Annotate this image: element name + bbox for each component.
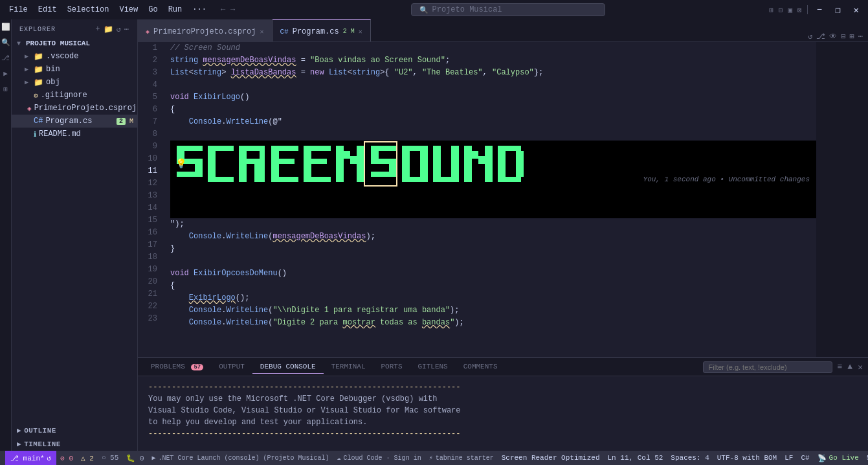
code-brace2: }; [534, 67, 543, 79]
svg-rect-5 [208, 146, 234, 151]
panel-right-icons: ≡ ▲ ✕ [703, 361, 863, 373]
code-console-3: Console [189, 304, 221, 317]
tab-ports[interactable]: PORTS [373, 360, 410, 374]
code-kw-new: new [310, 67, 324, 79]
panel-filter-input[interactable] [703, 361, 832, 373]
nav-back[interactable]: ← [221, 5, 225, 14]
tree-item-vscode[interactable]: ▶ 📁 .vscode [12, 50, 137, 63]
menu-go[interactable]: Go [144, 4, 161, 16]
tree-project-root[interactable]: ▼ PROJETO MUSICAL [12, 37, 137, 50]
code-line-22: Console . WriteLine ( "\\nDigite 1 para … [170, 304, 816, 317]
code-kw-void2: void [170, 267, 189, 280]
menu-selection[interactable]: Selection [63, 4, 113, 16]
cloud-icon: ☁ [337, 454, 341, 462]
timeline-section[interactable]: ▶ TIMELINE [12, 437, 137, 451]
status-spell[interactable]: 55 Spell [863, 451, 868, 465]
activity-search[interactable]: 🔍 [1, 38, 10, 47]
nav-forward[interactable]: → [230, 5, 235, 14]
status-eol[interactable]: LF [781, 451, 797, 465]
csproj-icon: ◈ [27, 104, 32, 113]
tree-item-obj[interactable]: ▶ 📁 obj [12, 76, 137, 89]
activity-extensions[interactable]: ⊞ [1, 84, 10, 93]
status-cloud-code[interactable]: ☁ Cloud Code · Sign in [333, 451, 425, 465]
tab-close-csproj[interactable]: ✕ [260, 28, 263, 36]
panel-filter-icon[interactable]: ≡ [838, 362, 843, 372]
tab-terminal[interactable]: TERMINAL [324, 360, 373, 374]
eye-icon[interactable]: 👁 [829, 32, 837, 41]
activity-explorer[interactable]: ⬜ [1, 22, 10, 31]
new-file-icon[interactable]: + [95, 25, 100, 34]
ln-4: 4 [138, 79, 160, 91]
tab-gitlens[interactable]: GITLENS [410, 360, 456, 374]
status-language[interactable]: C# [797, 451, 813, 465]
tree-item-readme[interactable]: ℹ README.md [12, 128, 137, 141]
ln-9: 9 [138, 141, 160, 153]
status-spaces[interactable]: Spaces: 4 [667, 451, 713, 465]
code-line-23: Console . WriteLine ( "Digite 2 para mos… [170, 317, 816, 329]
code-paren7: ( [268, 317, 273, 329]
layout-icon-2[interactable]: ⊟ [779, 6, 783, 14]
collapse-icon[interactable]: ⋯ [124, 25, 129, 34]
status-debug-count[interactable]: 🐛 0 [122, 451, 148, 465]
git-history-icon[interactable]: ↺ [808, 32, 812, 41]
refresh-icon[interactable]: ↺ [117, 25, 122, 34]
git-blame-text: You, 1 second ago • Uncommitted changes [643, 174, 810, 186]
menu-run[interactable]: Run [164, 4, 186, 16]
status-git-branch[interactable]: ⎇ main* ↺ [5, 451, 56, 465]
tree-label-obj: obj [46, 78, 135, 87]
code-writeline-2: WriteLine [226, 231, 268, 243]
new-folder-icon[interactable]: 📁 [104, 25, 114, 34]
compare-icon[interactable]: ⊟ [841, 32, 845, 41]
minimize-button[interactable]: − [813, 3, 826, 16]
code-console-4: Console [189, 317, 221, 329]
more-icon[interactable]: ⋯ [858, 32, 863, 41]
code-editor[interactable]: // Screen Sound string mensagemDeBoasVin… [165, 42, 816, 357]
menu-file[interactable]: File [5, 4, 32, 16]
activity-debug[interactable]: ▶ [1, 69, 10, 78]
status-encoding[interactable]: UTF-8 with BOM [713, 451, 781, 465]
status-info[interactable]: ○ 55 [98, 451, 122, 465]
status-launch[interactable]: ▶ .NET Core Launch (console) (Projeto Mu… [148, 451, 333, 465]
tab-csproj[interactable]: ◈ PrimeiroProjeto.csproj ✕ [138, 19, 273, 41]
code-indent5 [170, 317, 189, 329]
close-button[interactable]: ✕ [850, 3, 863, 17]
status-ln-col[interactable]: Ln 11, Col 52 [604, 451, 667, 465]
panel-scroll-up[interactable]: ▲ [847, 362, 852, 372]
tree-item-gitignore[interactable]: ⚙ .gitignore [12, 89, 137, 102]
menu-more[interactable]: ··· [188, 4, 210, 16]
tab-problems[interactable]: PROBLEMS 57 [143, 360, 211, 374]
status-screen-reader[interactable]: Screen Reader Optimized [498, 451, 604, 465]
tree-item-program-cs[interactable]: C# Program.cs 2 M [12, 115, 137, 128]
code-paren1: (@" [268, 116, 282, 128]
code-dot2: . [221, 231, 226, 243]
tab-program-cs[interactable]: C# Program.cs 2 M ✕ [273, 19, 371, 41]
svg-rect-6 [208, 151, 216, 177]
outline-section[interactable]: ▶ OUTLINE [12, 424, 137, 437]
status-warnings[interactable]: △ 2 [77, 451, 98, 465]
status-go-live[interactable]: 📡 Go Live [814, 451, 863, 465]
ln-15: 15 [138, 214, 160, 227]
status-tabnine[interactable]: ⚡ tabnine starter [425, 451, 498, 465]
tree-item-bin[interactable]: ▶ 📁 bin [12, 63, 137, 76]
maximize-button[interactable]: ❐ [831, 3, 844, 17]
layout-icon-3[interactable]: ▣ [788, 6, 792, 14]
panel-close-icon[interactable]: ✕ [858, 362, 863, 372]
tab-debug-console[interactable]: DEBUG CONSOLE [252, 360, 324, 374]
split-right-icon[interactable]: ⊞ [850, 32, 854, 41]
menu-view[interactable]: View [115, 4, 142, 16]
ln-14: 14 [138, 202, 160, 214]
tab-close-program-cs[interactable]: ✕ [359, 28, 362, 36]
activity-git[interactable]: ⎇ [1, 53, 10, 62]
screensound-logo-svg: 💡 [170, 141, 584, 218]
tab-output[interactable]: OUTPUT [211, 360, 252, 374]
tab-comments[interactable]: COMMENTS [456, 360, 506, 374]
global-search[interactable]: 🔍 Projeto Musical [411, 3, 605, 16]
tree-item-csproj[interactable]: ◈ PrimeiroProjeto.csproj [12, 102, 137, 115]
layout-icon-1[interactable]: ⊞ [769, 6, 773, 14]
cs-icon-program: C# [34, 117, 43, 126]
svg-rect-9 [247, 146, 265, 151]
layout-icon-4[interactable]: ⊠ [797, 6, 802, 14]
menu-edit[interactable]: Edit [34, 4, 61, 16]
git-blame-icon[interactable]: ⎇ [816, 32, 825, 41]
status-errors[interactable]: ⊘ 0 [56, 451, 77, 465]
